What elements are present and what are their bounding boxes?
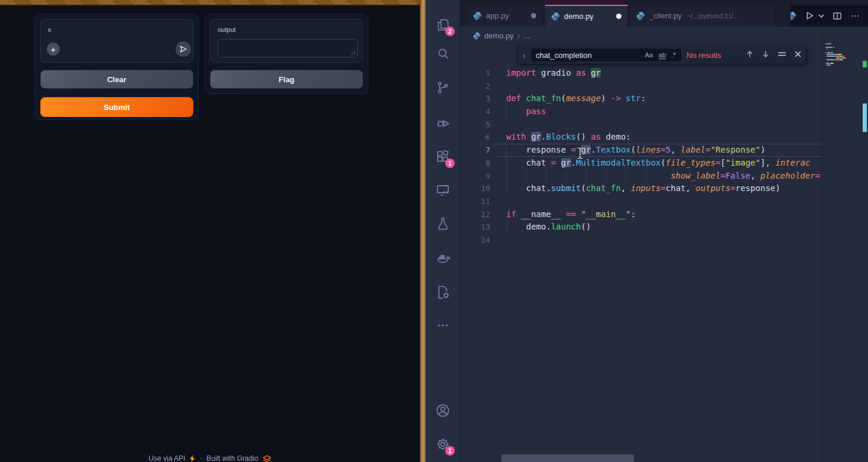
- submit-button[interactable]: Submit: [40, 97, 193, 117]
- gradio-footer: Use via API · Built with Gradio: [0, 454, 420, 462]
- gradio-output-panel: output Flag: [205, 14, 368, 94]
- line-number: 14: [460, 234, 506, 247]
- line-number: 11: [460, 195, 506, 208]
- code-line-1[interactable]: 1import gradio as gr: [460, 67, 822, 80]
- docker-icon[interactable]: [435, 251, 451, 266]
- minimap-code: [825, 43, 859, 67]
- line-number: 9: [460, 170, 506, 183]
- breadcrumb-chevron-icon: ›: [517, 31, 520, 40]
- tab-label: _client.py: [649, 11, 682, 20]
- more-views-icon[interactable]: [435, 318, 451, 333]
- send-button[interactable]: [176, 41, 191, 57]
- code-line-4[interactable]: 4 pass: [460, 105, 822, 118]
- tab-description: ~/.../python3.11/...: [687, 12, 739, 20]
- tab-demo-py[interactable]: demo.py: [545, 5, 628, 27]
- overview-marker-green: [863, 61, 867, 67]
- overview-marker-cyan: [863, 104, 867, 132]
- editor-actions: [791, 5, 868, 27]
- whole-word-toggle[interactable]: ab: [659, 51, 666, 59]
- tab-label: demo.py: [564, 12, 594, 21]
- regex-toggle[interactable]: .*: [671, 51, 676, 59]
- paper-plane-icon: [179, 45, 187, 53]
- resize-handle-icon[interactable]: [350, 50, 356, 56]
- line-number: 12: [460, 208, 506, 221]
- find-in-selection-button[interactable]: [778, 50, 786, 60]
- search-icon[interactable]: [435, 46, 451, 62]
- output-textarea[interactable]: [218, 39, 358, 57]
- screen: x + Clear Submit output: [0, 0, 868, 462]
- tab-bar: app.py demo.py _client.py ~/.../python3.…: [460, 0, 868, 27]
- settings-gear-icon[interactable]: 1: [435, 437, 451, 452]
- tab-label: app.py: [486, 11, 509, 20]
- input-label: x: [48, 26, 51, 33]
- flag-button[interactable]: Flag: [210, 70, 363, 89]
- code-line-3[interactable]: 3def chat_fn(message) -> str:: [460, 92, 822, 105]
- close-find-button[interactable]: [794, 50, 802, 60]
- overview-ruler[interactable]: [861, 27, 868, 462]
- run-dropdown-chevron-icon[interactable]: [818, 14, 824, 18]
- find-nav: [746, 50, 802, 61]
- activity-bar: 2 1: [426, 0, 460, 462]
- clear-button[interactable]: Clear: [40, 70, 193, 89]
- window-divider-strip[interactable]: [420, 0, 426, 462]
- code-line-6[interactable]: 6with gr.Blocks() as demo:: [460, 131, 822, 144]
- extensions-icon[interactable]: 1: [435, 149, 451, 164]
- line-number: 5: [460, 118, 506, 131]
- find-query-text[interactable]: chat_completion: [531, 51, 644, 60]
- code-line-12[interactable]: 12if __name__ == "__main__":: [460, 208, 822, 221]
- explorer-badge: 2: [445, 27, 455, 36]
- line-number: 10: [460, 182, 506, 195]
- next-match-button[interactable]: [762, 50, 770, 61]
- multimodal-textbox[interactable]: x +: [40, 19, 193, 63]
- minimap[interactable]: [822, 27, 861, 462]
- run-python-file-button[interactable]: [805, 11, 815, 21]
- split-editor-button[interactable]: [833, 11, 842, 21]
- use-via-api-link[interactable]: Use via API: [148, 454, 185, 462]
- code-line-7[interactable]: 7 response = gr.Textbox(lines=5, label="…: [460, 144, 822, 157]
- code-lines: 1import gradio as gr23def chat_fn(messag…: [460, 44, 822, 247]
- run-and-debug-icon[interactable]: [435, 115, 451, 130]
- plus-icon: +: [51, 45, 56, 54]
- line-number: 7: [460, 144, 506, 157]
- previous-match-button[interactable]: [746, 50, 754, 61]
- explorer-icon[interactable]: 2: [435, 17, 451, 33]
- output-block: output: [210, 19, 363, 63]
- line-number: 3: [460, 92, 506, 105]
- tab-client-py[interactable]: _client.py ~/.../python3.11/...: [630, 5, 775, 27]
- code-line-2[interactable]: 2: [460, 80, 822, 93]
- breadcrumb-file[interactable]: demo.py: [484, 31, 514, 40]
- more-actions-button[interactable]: [850, 11, 860, 21]
- top-striped-bar: [0, 0, 420, 6]
- breadcrumb-symbol[interactable]: ...: [523, 31, 530, 40]
- find-collapse-chevron-icon[interactable]: ›: [523, 50, 526, 60]
- code-line-5[interactable]: 5: [460, 118, 822, 131]
- testing-icon[interactable]: [435, 217, 451, 232]
- code-config-icon[interactable]: [435, 285, 451, 300]
- code-line-13[interactable]: 13 demo.launch(): [460, 221, 822, 234]
- source-control-icon[interactable]: [435, 80, 451, 95]
- match-case-toggle[interactable]: Aa: [644, 51, 653, 59]
- code-line-10[interactable]: 10 chat.submit(chat_fn, inputs=chat, out…: [460, 182, 822, 195]
- overflow-tab-python-icon[interactable]: [791, 11, 796, 20]
- attach-file-button[interactable]: +: [47, 43, 60, 56]
- built-with-gradio-link[interactable]: Built with Gradio: [206, 454, 258, 462]
- python-file-icon: [473, 32, 481, 40]
- settings-badge: 1: [445, 446, 455, 455]
- code-view[interactable]: 1import gradio as gr23def chat_fn(messag…: [460, 44, 822, 462]
- modified-dot[interactable]: [616, 14, 621, 19]
- code-line-14[interactable]: 14: [460, 234, 822, 247]
- code-line-8[interactable]: 8 chat = gr.MultimodalTextbox(file_types…: [460, 157, 822, 170]
- vscode-window: 2 1: [426, 0, 868, 462]
- remote-explorer-icon[interactable]: [435, 183, 451, 198]
- code-line-9[interactable]: 9 show_label=False, placeholder=: [460, 170, 822, 183]
- gradio-input-panel: x + Clear Submit: [35, 14, 199, 120]
- horizontal-scrollbar[interactable]: [501, 454, 634, 462]
- line-number: 2: [460, 80, 506, 93]
- code-line-11[interactable]: 11: [460, 195, 822, 208]
- account-icon[interactable]: [435, 403, 451, 418]
- breadcrumb[interactable]: demo.py › ...: [460, 27, 822, 44]
- lightning-icon: [189, 455, 196, 462]
- tab-app-py[interactable]: app.py: [467, 5, 543, 27]
- find-input[interactable]: chat_completion Aa ab .*: [530, 48, 682, 62]
- modified-dot[interactable]: [531, 13, 536, 18]
